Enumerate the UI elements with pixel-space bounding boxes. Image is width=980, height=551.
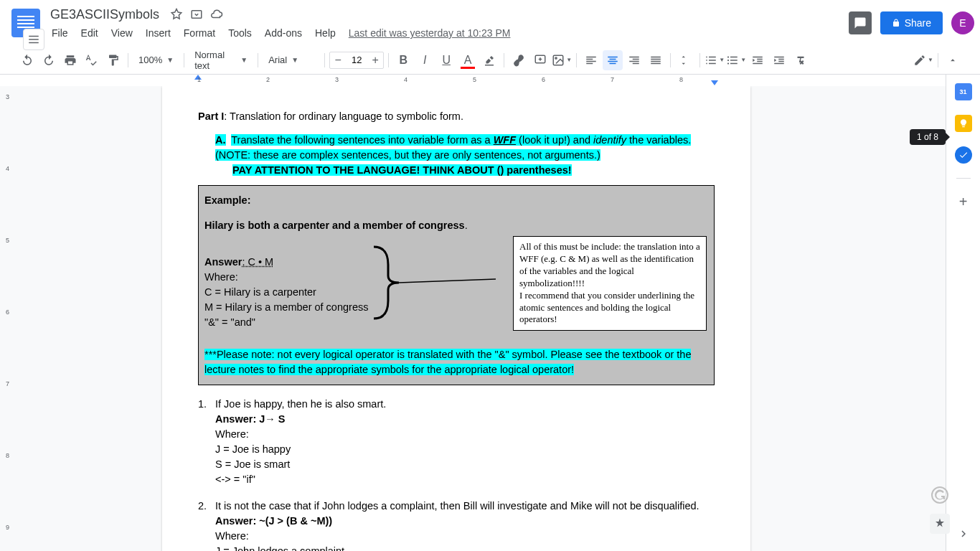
example-box: Example: Hilary is both a carpenter and … [198, 185, 715, 385]
highlight-button[interactable] [479, 50, 499, 70]
move-icon[interactable] [189, 7, 204, 22]
document-page[interactable]: Part I: Translation for ordinary languag… [162, 86, 750, 551]
separator [184, 53, 184, 67]
separator [576, 53, 577, 67]
menu-format[interactable]: Format [178, 26, 221, 40]
menu-addons[interactable]: Add-ons [259, 26, 308, 40]
menu-help[interactable]: Help [309, 26, 341, 40]
cloud-icon[interactable] [209, 7, 224, 22]
spellcheck-button[interactable] [82, 50, 102, 70]
italic-button[interactable]: I [415, 50, 435, 70]
menu-view[interactable]: View [105, 26, 138, 40]
comments-button[interactable] [849, 11, 872, 34]
menu-tools[interactable]: Tools [222, 26, 258, 40]
share-label: Share [905, 17, 931, 29]
header-right: Share E [849, 11, 974, 34]
align-left-button[interactable] [581, 50, 601, 70]
separator [504, 53, 504, 67]
share-button[interactable]: Share [880, 11, 943, 34]
font-size-value[interactable]: 12 [346, 55, 367, 65]
decrease-indent-button[interactable] [748, 50, 768, 70]
undo-button[interactable] [17, 50, 37, 70]
dropdown-arrow-icon: ▼ [166, 56, 174, 64]
add-addon-button[interactable]: + [955, 193, 972, 210]
vertical-ruler[interactable]: 3 4 5 6 7 8 9 [0, 86, 19, 551]
line-spacing-button[interactable] [675, 50, 695, 70]
paint-format-button[interactable] [103, 50, 123, 70]
menu-edit[interactable]: Edit [75, 26, 104, 40]
svg-point-8 [932, 487, 948, 503]
font-select[interactable]: Arial▼ [263, 52, 320, 68]
font-size-control: − 12 + [329, 52, 384, 69]
align-justify-button[interactable] [646, 50, 666, 70]
part-heading: Part I: Translation for ordinary languag… [198, 109, 715, 124]
clear-formatting-button[interactable] [791, 50, 811, 70]
grammarly-icon[interactable] [930, 485, 950, 505]
separator [938, 53, 938, 67]
svg-point-3 [555, 57, 557, 58]
document-canvas[interactable]: 1 of 8 Part I: Translation for ordinary … [19, 86, 980, 551]
insert-link-button[interactable] [509, 50, 529, 70]
explore-button[interactable] [930, 514, 950, 534]
page-counter-tooltip: 1 of 8 [910, 129, 946, 145]
tasks-addon-icon[interactable] [955, 146, 972, 164]
decrease-font-button[interactable]: − [330, 52, 346, 68]
redo-button[interactable] [39, 50, 59, 70]
question-1: 1. If Joe is happy, then he is also smar… [198, 397, 715, 487]
example-sentence: Hilary is both a carpenter and a member … [204, 218, 708, 233]
title-area: GE3ASCIISymbols File Edit View Insert Fo… [46, 4, 849, 42]
calendar-addon-icon[interactable]: 31 [955, 83, 972, 100]
question-body: It is not the case that if John lodges a… [215, 499, 715, 551]
account-avatar[interactable]: E [951, 11, 974, 34]
horizontal-ruler[interactable]: 12345678 [161, 75, 750, 86]
svg-point-6 [727, 62, 729, 64]
keep-addon-icon[interactable] [955, 115, 972, 132]
lock-icon [892, 19, 900, 27]
numbered-list-button[interactable]: ▼ [705, 50, 725, 70]
question-number: 1. [198, 397, 215, 487]
svg-point-4 [727, 56, 729, 57]
print-button[interactable] [60, 50, 80, 70]
bold-button[interactable]: B [393, 50, 413, 70]
star-icon[interactable] [169, 7, 184, 22]
last-edit-link[interactable]: Last edit was yesterday at 10:23 PM [343, 26, 517, 40]
insert-image-button[interactable]: ▼ [552, 50, 572, 70]
dropdown-arrow-icon: ▼ [291, 56, 298, 64]
svg-point-5 [727, 59, 729, 60]
callout-box: All of this must be include: the transla… [513, 236, 707, 331]
hide-sidebar-button[interactable] [955, 525, 972, 542]
menu-insert[interactable]: Insert [140, 26, 176, 40]
style-select[interactable]: Normal text▼ [189, 47, 253, 74]
main-area: 3 4 5 6 7 8 9 1 of 8 Part I: Translation… [0, 86, 980, 551]
align-right-button[interactable] [624, 50, 644, 70]
bottom-icons [930, 485, 950, 534]
add-comment-button[interactable] [530, 50, 550, 70]
zoom-select[interactable]: 100%▼ [133, 52, 179, 68]
question-number: 2. [198, 499, 215, 551]
document-title[interactable]: GE3ASCIISymbols [46, 6, 164, 24]
bracket-icon [367, 243, 510, 322]
example-label: Example: [204, 193, 708, 208]
increase-font-button[interactable]: + [367, 52, 383, 68]
title-row: GE3ASCIISymbols [46, 4, 849, 24]
align-center-button[interactable] [603, 50, 623, 70]
separator [258, 53, 258, 67]
separator [956, 178, 971, 179]
separator [324, 53, 325, 67]
question-2: 2. It is not the case that if John lodge… [198, 499, 715, 551]
text-color-button[interactable]: A [458, 50, 478, 70]
separator [699, 53, 700, 67]
section-a: A. Translate the following sentences int… [215, 133, 715, 178]
separator [670, 53, 671, 67]
dropdown-arrow-icon: ▼ [240, 56, 248, 64]
menu-file[interactable]: File [46, 26, 74, 40]
increase-indent-button[interactable] [769, 50, 789, 70]
collapse-toolbar-button[interactable] [943, 50, 963, 70]
menu-bar: File Edit View Insert Format Tools Add-o… [46, 24, 849, 42]
underline-button[interactable]: U [436, 50, 456, 70]
outline-toggle-button[interactable] [23, 29, 44, 50]
document-content[interactable]: Part I: Translation for ordinary languag… [198, 109, 715, 551]
editing-mode-button[interactable]: ▼ [913, 50, 933, 70]
bulleted-list-button[interactable]: ▼ [726, 50, 746, 70]
question-body: If Joe is happy, then he is also smart. … [215, 397, 715, 487]
